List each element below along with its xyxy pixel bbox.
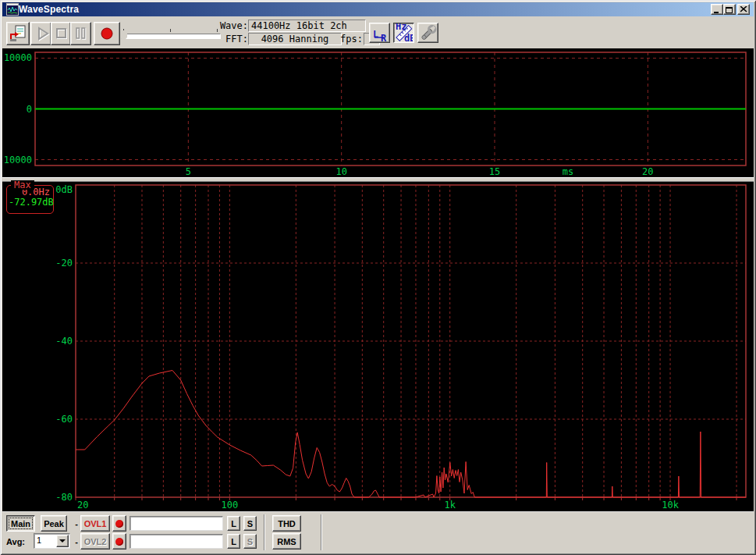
save-overlay2-button[interactable]: S xyxy=(243,534,257,549)
svg-text:15: 15 xyxy=(489,166,500,177)
thd-button[interactable]: THD xyxy=(272,515,301,532)
position-slider[interactable] xyxy=(119,28,222,45)
record-dot-icon xyxy=(115,520,123,528)
minimize-button[interactable] xyxy=(711,4,723,15)
svg-text:-20: -20 xyxy=(55,258,73,269)
slider-track[interactable] xyxy=(121,34,221,39)
svg-text:10k: 10k xyxy=(662,500,679,511)
play-icon xyxy=(31,23,51,44)
svg-text:100: 100 xyxy=(222,500,239,511)
avg-dropdown-button[interactable] xyxy=(56,535,69,547)
avg-value: 1 xyxy=(37,535,41,545)
separator-dash: - xyxy=(73,515,80,532)
hz-db-ruler-icon: Hz dB xyxy=(395,23,413,42)
svg-text:ms: ms xyxy=(563,166,573,177)
ovl1-record-button[interactable] xyxy=(112,515,126,532)
open-file-button[interactable] xyxy=(6,22,30,45)
svg-text:0: 0 xyxy=(27,104,32,115)
chevron-down-icon xyxy=(59,539,66,543)
record-icon xyxy=(97,23,117,44)
svg-text:10: 10 xyxy=(335,166,346,177)
separator-dash: - xyxy=(73,533,80,550)
bar-separator xyxy=(264,514,264,550)
pause-button[interactable] xyxy=(70,22,91,45)
app-icon[interactable] xyxy=(6,3,19,16)
close-button[interactable] xyxy=(737,4,750,15)
main-button[interactable]: Main xyxy=(6,515,35,532)
load-overlay1-button[interactable]: L xyxy=(227,516,240,531)
waveform-chart: 100000-100005101520ms xyxy=(2,48,754,177)
wavespectra-window: WaveSpectra xyxy=(0,0,756,555)
overlay2-input[interactable] xyxy=(130,534,223,549)
svg-text:R: R xyxy=(381,33,387,42)
peak-button[interactable]: Peak xyxy=(41,515,67,532)
titlebar[interactable]: WaveSpectra xyxy=(2,2,754,16)
slider-thumb[interactable] xyxy=(120,30,127,41)
wave-value: 44100Hz 16bit 2ch xyxy=(248,20,366,32)
svg-text:1k: 1k xyxy=(444,500,456,511)
svg-text:0dB: 0dB xyxy=(55,184,73,195)
avg-combobox[interactable]: 1 xyxy=(34,533,70,549)
wrench-icon xyxy=(419,23,438,42)
window-title: WaveSpectra xyxy=(19,4,79,15)
svg-text:20: 20 xyxy=(642,166,653,177)
lr-channel-button[interactable]: L R xyxy=(369,23,390,43)
lr-channel-icon: L R xyxy=(371,23,389,42)
svg-text:20: 20 xyxy=(77,500,88,511)
svg-text:L: L xyxy=(373,29,378,40)
rms-button[interactable]: RMS xyxy=(272,533,301,550)
bottom-control-bar: Main Peak - OVL1 L S THD Avg: 1 - OVL2 L… xyxy=(2,511,754,553)
stop-icon xyxy=(51,23,70,44)
fft-label: FFT: xyxy=(213,34,248,44)
svg-text:-80: -80 xyxy=(55,492,73,503)
ovl1-button[interactable]: OVL1 xyxy=(80,515,110,532)
hz-db-scale-button[interactable]: Hz dB xyxy=(393,23,414,43)
svg-text:-10000: -10000 xyxy=(2,155,32,165)
svg-text:-60: -60 xyxy=(55,414,73,425)
svg-text:10000: 10000 xyxy=(4,52,32,63)
settings-button[interactable] xyxy=(417,23,438,43)
open-file-icon xyxy=(9,24,27,43)
svg-text:5: 5 xyxy=(186,166,191,177)
waveform-panel: 100000-100005101520ms xyxy=(2,48,754,177)
spectrum-chart: 0dB-20-40-60-80201001k10k xyxy=(2,182,754,511)
fps-label: fps: xyxy=(339,34,363,44)
toolbar: Wave: 44100Hz 16bit 2ch FFT: 4096 Hannin… xyxy=(2,16,754,48)
max-readout-box: Max 0.0Hz -72.97dB xyxy=(6,185,54,214)
pause-icon xyxy=(71,23,91,44)
record-button[interactable] xyxy=(94,22,120,45)
svg-text:dB: dB xyxy=(404,33,413,42)
load-overlay2-button[interactable]: L xyxy=(227,534,240,549)
max-level-value: -72.97dB xyxy=(9,197,50,208)
maximize-icon xyxy=(726,6,733,13)
avg-label: Avg: xyxy=(6,533,32,550)
stop-button[interactable] xyxy=(51,22,71,45)
fft-value: 4096 Hanning xyxy=(248,33,342,45)
wave-label: Wave: xyxy=(213,20,248,31)
minimize-icon xyxy=(713,6,721,13)
maximize-button[interactable] xyxy=(723,4,736,15)
play-button[interactable] xyxy=(30,22,51,45)
overlay1-input[interactable] xyxy=(130,516,223,531)
svg-text:Hz: Hz xyxy=(396,23,406,32)
slider-tick xyxy=(170,29,171,32)
record-dot-icon xyxy=(115,538,123,546)
ovl2-button[interactable]: OVL2 xyxy=(80,533,110,550)
svg-text:-40: -40 xyxy=(55,336,73,347)
ovl2-record-button[interactable] xyxy=(112,533,126,550)
max-readout-legend: Max xyxy=(11,180,34,190)
spectrum-panel: 0dB-20-40-60-80201001k10k Max 0.0Hz -72.… xyxy=(2,182,754,511)
close-icon xyxy=(740,6,747,12)
bar-separator xyxy=(321,514,321,550)
save-overlay1-button[interactable]: S xyxy=(243,516,257,531)
